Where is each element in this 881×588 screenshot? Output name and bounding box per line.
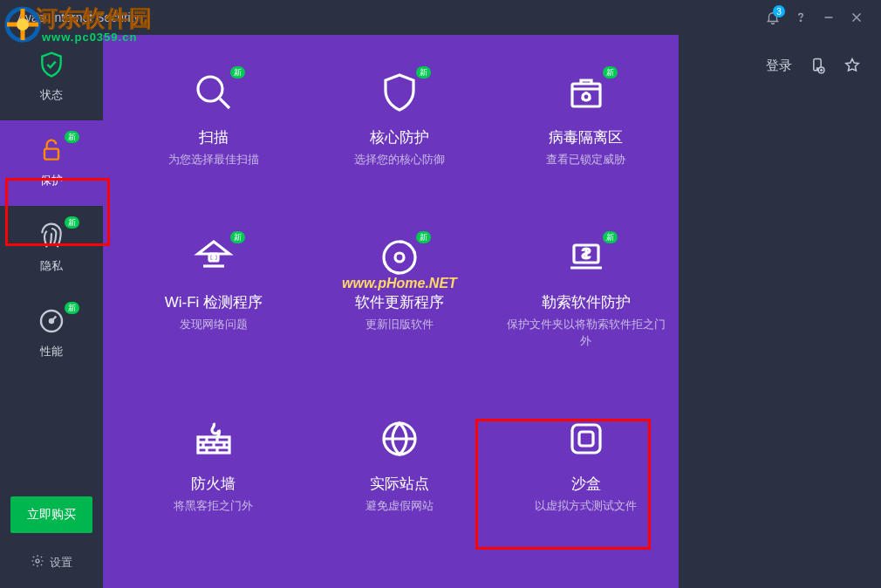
svg-line-10 (220, 99, 229, 108)
gauge-icon (38, 307, 65, 338)
svg-point-12 (583, 93, 590, 100)
shield-check-icon (38, 51, 65, 82)
fingerprint-icon (38, 222, 65, 253)
sidebar-item-performance[interactable]: 新 性能 (0, 291, 103, 377)
svg-point-14 (213, 256, 215, 258)
tile-core-shield[interactable]: 新 核心防护 选择您的核心防御 (307, 63, 493, 177)
tile-title: 软件更新程序 (355, 292, 444, 312)
settings-button[interactable]: 设置 (0, 549, 103, 576)
close-button[interactable] (843, 3, 871, 31)
tile-software-updater[interactable]: 新 软件更新程序 更新旧版软件 (307, 228, 493, 359)
tile-desc: 避免虚假网站 (365, 497, 434, 515)
tile-title: 病毒隔离区 (549, 127, 623, 147)
tile-ransomware-shield[interactable]: 新 勒索软件防护 保护文件夹以将勒索软件拒之门外 (493, 228, 679, 359)
svg-point-15 (384, 242, 415, 273)
svg-point-7 (50, 319, 53, 323)
content-panel: 新 扫描 为您选择最佳扫描 新 核心防护 选择您的核心防御 新 病毒隔离区 (103, 35, 679, 588)
svg-point-1 (800, 20, 801, 21)
globe-icon (379, 418, 420, 463)
laptop-dollar-icon (565, 236, 607, 282)
sidebar-item-label: 状态 (40, 87, 63, 103)
new-badge: 新 (65, 131, 79, 143)
lock-open-icon (38, 136, 65, 168)
tile-desc: 更新旧版软件 (365, 316, 434, 333)
new-badge: 新 (65, 216, 79, 229)
svg-point-23 (816, 68, 817, 69)
tile-real-site[interactable]: 实际站点 避免虚假网站 (307, 409, 493, 523)
tile-desc: 查看已锁定威胁 (546, 151, 625, 168)
notifications-button[interactable]: 3 (759, 3, 787, 31)
tile-title: 勒索软件防护 (542, 292, 631, 312)
tile-title: 防火墙 (191, 474, 236, 494)
svg-rect-21 (579, 432, 593, 446)
tile-desc: 发现网络问题 (180, 316, 248, 333)
sidebar-item-label: 隐私 (40, 258, 63, 274)
app-title: Avast Internet Security (17, 10, 140, 24)
add-device-button[interactable] (808, 56, 827, 75)
star-icon (843, 57, 861, 74)
sandbox-icon (565, 418, 607, 463)
tile-title: Wi-Fi 检测程序 (165, 292, 263, 312)
device-plus-icon (809, 57, 826, 74)
tile-title: 实际站点 (370, 474, 429, 494)
favorite-button[interactable] (843, 56, 862, 75)
tile-desc: 将黑客拒之门外 (174, 497, 253, 515)
svg-rect-11 (572, 84, 600, 106)
tile-title: 扫描 (199, 127, 229, 147)
disc-refresh-icon (379, 236, 420, 282)
tile-sandbox[interactable]: 沙盒 以虚拟方式测试文件 (493, 409, 679, 523)
tile-desc: 保护文件夹以将勒索软件拒之门外 (503, 316, 668, 350)
new-badge: 新 (603, 66, 618, 79)
biohazard-box-icon (565, 72, 607, 117)
question-icon (793, 10, 809, 25)
tile-desc: 以虚拟方式测试文件 (535, 497, 637, 515)
search-icon (193, 72, 235, 117)
title-bar: Avast Internet Security 3 (0, 0, 881, 35)
login-button[interactable]: 登录 (766, 58, 792, 74)
sidebar-item-label: 性能 (40, 344, 63, 359)
svg-point-16 (395, 253, 404, 262)
tile-title: 核心防护 (370, 127, 429, 147)
minimize-button[interactable] (815, 3, 843, 31)
sidebar: 状态 新 保护 新 隐私 (0, 35, 103, 588)
sidebar-item-protect[interactable]: 新 保护 (0, 120, 103, 206)
notification-count-badge: 3 (773, 5, 785, 17)
tile-firewall[interactable]: 防火墙 将黑客拒之门外 (120, 409, 306, 523)
sidebar-item-privacy[interactable]: 新 隐私 (0, 206, 103, 291)
tile-title: 沙盒 (571, 474, 601, 494)
tile-virus-chest[interactable]: 新 病毒隔离区 查看已锁定威胁 (493, 63, 679, 177)
svg-point-9 (198, 77, 222, 101)
sidebar-item-label: 保护 (40, 173, 63, 188)
settings-label: 设置 (50, 555, 72, 571)
tile-desc: 为您选择最佳扫描 (168, 151, 259, 168)
help-button[interactable] (787, 3, 815, 31)
svg-rect-20 (572, 425, 600, 453)
tile-scan[interactable]: 新 扫描 为您选择最佳扫描 (120, 63, 306, 177)
new-badge: 新 (65, 302, 79, 314)
svg-rect-5 (44, 149, 58, 160)
gear-icon (31, 554, 44, 571)
router-lock-icon (193, 236, 235, 282)
tile-desc: 选择您的核心防御 (354, 151, 445, 168)
tile-wifi-inspector[interactable]: 新 Wi-Fi 检测程序 发现网络问题 (120, 228, 306, 359)
buy-now-label: 立即购买 (27, 507, 76, 523)
new-badge: 新 (230, 231, 245, 243)
firewall-icon (193, 418, 235, 463)
new-badge: 新 (230, 66, 245, 79)
new-badge: 新 (416, 66, 431, 79)
sidebar-item-status[interactable]: 状态 (0, 35, 103, 120)
new-badge: 新 (603, 231, 618, 243)
close-icon (849, 10, 864, 25)
minimize-icon (821, 10, 837, 25)
buy-now-button[interactable]: 立即购买 (10, 496, 92, 533)
svg-point-8 (36, 559, 39, 563)
right-panel: 登录 (679, 35, 881, 588)
new-badge: 新 (416, 231, 431, 243)
shield-icon (379, 72, 420, 117)
